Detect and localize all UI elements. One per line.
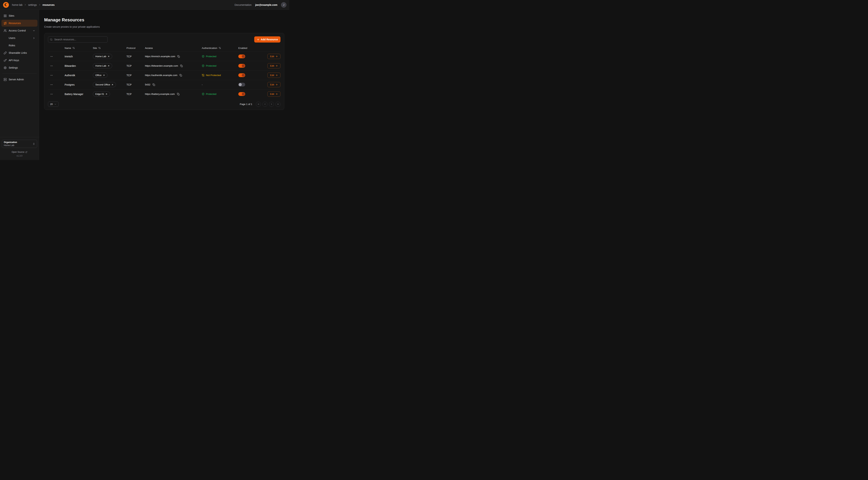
row-menu-button[interactable] <box>50 83 54 87</box>
enabled-toggle[interactable] <box>238 64 245 68</box>
sidebar-item-label: Roles <box>9 44 15 47</box>
prev-page-button[interactable] <box>262 102 268 107</box>
gear-icon <box>4 66 7 69</box>
copy-button[interactable] <box>177 92 180 96</box>
site-link[interactable]: Second Office <box>93 82 116 87</box>
column-header-name[interactable]: Name <box>65 47 93 50</box>
ellipsis-icon <box>50 83 53 86</box>
enabled-toggle[interactable] <box>238 83 245 87</box>
table-row: Immich Home Lab TCP https://immich.examp… <box>48 52 280 61</box>
site-link[interactable]: Home Lab <box>93 54 112 59</box>
access-url: 5432 <box>145 83 150 86</box>
sidebar-bottom: Organization Home Lab Open Source v1.3.0 <box>0 137 39 158</box>
resource-protocol: TCP <box>126 83 145 86</box>
access-url: https://battery.example.com <box>145 93 175 95</box>
copy-icon <box>153 84 155 86</box>
sidebar-item-server-admin[interactable]: Server Admin <box>1 76 37 83</box>
next-page-button[interactable] <box>269 102 274 107</box>
search-icon <box>50 38 53 41</box>
enabled-toggle[interactable] <box>238 73 245 77</box>
resource-name: Postgres <box>65 83 93 86</box>
plus-icon <box>257 38 259 41</box>
auth-label: Protected <box>206 64 216 67</box>
toggle-knob <box>242 74 245 77</box>
first-page-button[interactable] <box>256 102 261 107</box>
sidebar-item-api-keys[interactable]: API Keys <box>1 57 37 64</box>
breadcrumb-home-lab[interactable]: home-lab <box>12 3 23 6</box>
site-link[interactable]: Edge 01 <box>93 91 110 97</box>
copy-button[interactable] <box>179 74 182 77</box>
page-size-select[interactable]: 20 <box>48 101 59 107</box>
chevrons-up-down-icon <box>33 143 35 145</box>
open-source-link[interactable]: Open Source <box>11 151 27 153</box>
column-header-protocol: Protocol <box>126 47 145 50</box>
pagination: Page 1 of 1 <box>240 102 280 107</box>
edit-button[interactable]: Edit <box>268 54 280 59</box>
documentation-link[interactable]: Documentation <box>235 3 251 6</box>
auth-status: - <box>202 83 238 86</box>
external-link-icon <box>25 151 27 153</box>
edit-button[interactable]: Edit <box>268 72 280 78</box>
copy-button[interactable] <box>177 55 180 58</box>
avatar-initial: J <box>283 3 284 6</box>
sidebar-item-users[interactable]: Users <box>1 35 37 41</box>
sidebar-item-shareable-links[interactable]: Shareable Links <box>1 50 37 56</box>
arrow-right-icon <box>275 65 278 67</box>
sort-arrows-icon <box>219 47 221 49</box>
arrow-up-right-icon <box>103 74 105 77</box>
sidebar-item-label: Users <box>9 36 16 39</box>
enabled-toggle[interactable] <box>238 55 245 58</box>
sidebar-item-label: Server Admin <box>9 78 24 81</box>
page-title: Manage Resources <box>44 18 284 23</box>
organization-selector[interactable]: Organization Home Lab <box>2 140 37 148</box>
column-header-authentication[interactable]: Authentication <box>202 47 238 50</box>
column-header-site[interactable]: Site <box>93 47 126 50</box>
site-link[interactable]: Office <box>93 72 107 78</box>
ellipsis-icon <box>50 74 53 77</box>
copy-button[interactable] <box>180 64 183 67</box>
site-link[interactable]: Home Lab <box>93 63 112 68</box>
row-menu-button[interactable] <box>50 54 54 59</box>
add-resource-button[interactable]: Add Resource <box>254 36 280 42</box>
toggle-knob <box>242 55 245 58</box>
topbar-right: Documentation joe@example.com J <box>235 2 286 8</box>
sidebar-item-sites[interactable]: Sites <box>1 12 37 19</box>
chevron-left-icon <box>264 103 266 106</box>
sidebar-item-resources[interactable]: Resources <box>1 20 37 27</box>
edit-button[interactable]: Edit <box>268 91 280 97</box>
main-content: Manage Resources Create secure proxies t… <box>39 10 289 160</box>
auth-status: Protected <box>202 64 238 67</box>
avatar[interactable]: J <box>281 2 286 8</box>
sidebar-nav: Sites Resources Access Control Users Rol… <box>1 12 37 83</box>
waypoints-icon <box>4 22 7 25</box>
auth-status: Protected <box>202 93 238 95</box>
organization-name: Home Lab <box>4 144 17 147</box>
app-logo-icon[interactable] <box>3 2 9 8</box>
search-input[interactable] <box>54 38 106 41</box>
breadcrumb-settings[interactable]: settings <box>28 3 37 6</box>
shield-check-icon <box>202 64 205 67</box>
auth-label: Protected <box>206 93 216 95</box>
user-email[interactable]: joe@example.com <box>255 3 277 6</box>
sidebar-item-settings[interactable]: Settings <box>1 64 37 71</box>
column-header-label: Site <box>93 47 97 50</box>
copy-icon <box>177 93 180 95</box>
row-menu-button[interactable] <box>50 92 54 96</box>
organization-text: Organization Home Lab <box>4 141 17 147</box>
page-subtitle: Create secure proxies to your private ap… <box>44 25 284 28</box>
last-page-button[interactable] <box>275 102 280 107</box>
edit-button[interactable]: Edit <box>268 63 280 68</box>
edit-button[interactable]: Edit <box>268 82 280 87</box>
row-menu-button[interactable] <box>50 64 54 68</box>
access-url: https://immich.example.com <box>145 55 175 58</box>
organization-label: Organization <box>4 141 17 144</box>
sidebar-item-roles[interactable]: Roles <box>1 42 37 49</box>
chevrons-right-icon <box>277 103 279 106</box>
sidebar-item-access-control[interactable]: Access Control <box>1 27 37 34</box>
auth-label: Not Protected <box>206 74 221 77</box>
enabled-toggle[interactable] <box>238 92 245 96</box>
copy-button[interactable] <box>152 83 155 86</box>
row-menu-button[interactable] <box>50 73 54 78</box>
breadcrumb-resources[interactable]: resources <box>42 3 55 6</box>
edit-label: Edit <box>270 64 274 67</box>
